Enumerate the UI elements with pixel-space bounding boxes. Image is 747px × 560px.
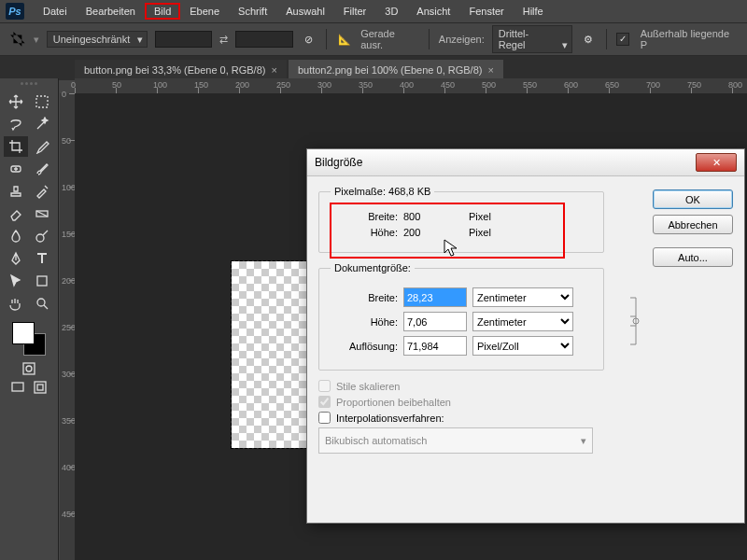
- straighten-icon[interactable]: 📐: [336, 31, 353, 48]
- tab-close-icon[interactable]: ×: [487, 64, 493, 76]
- pixel-height-label: Höhe:: [331, 227, 398, 238]
- scale-styles-label: Stile skalieren: [336, 381, 400, 392]
- dialog-title: Bildgröße: [315, 156, 362, 169]
- marquee-tool[interactable]: [30, 91, 54, 112]
- hand-tool[interactable]: [4, 293, 28, 314]
- cancel-button[interactable]: Abbrechen: [653, 215, 733, 234]
- link-icon[interactable]: [628, 296, 643, 346]
- doc-width-label: Breite:: [331, 292, 398, 303]
- menu-hilfe[interactable]: Hilfe: [514, 3, 553, 20]
- blur-tool[interactable]: [4, 226, 28, 246]
- close-button[interactable]: ✕: [696, 153, 737, 172]
- stamp-tool[interactable]: [4, 181, 28, 202]
- lasso-tool[interactable]: [4, 114, 28, 134]
- document-tab[interactable]: button2.png bei 100% (Ebene 0, RGB/8)×: [289, 60, 503, 80]
- doc-height-unit-dropdown[interactable]: Zentimeter: [472, 312, 573, 331]
- document-size-group: Dokumentgröße: Breite: Zentimeter Höhe: …: [318, 262, 604, 371]
- dialog-titlebar[interactable]: Bildgröße ✕: [307, 149, 744, 176]
- scale-styles-checkbox: [318, 380, 331, 392]
- toolbox: [0, 78, 59, 560]
- svg-rect-4: [37, 276, 47, 286]
- pixel-dimensions-legend: Pixelmaße: 468,8 KB: [331, 186, 434, 197]
- resample-checkbox[interactable]: [318, 412, 331, 424]
- constrain-prop-checkbox: [318, 396, 331, 408]
- screenmode-icon[interactable]: [7, 379, 28, 396]
- dodge-tool[interactable]: [30, 226, 54, 246]
- resample-method-dropdown: Bikubisch automatisch▾: [318, 427, 593, 454]
- pixel-height-unit: Pixel: [469, 227, 558, 238]
- menu-ebene[interactable]: Ebene: [180, 3, 229, 20]
- doc-width-field[interactable]: [403, 287, 467, 307]
- document-tab-bar: button.png bei 33,3% (Ebene 0, RGB/8)×bu…: [0, 56, 747, 80]
- svg-rect-6: [23, 363, 35, 374]
- pixel-width-value: 800: [403, 211, 463, 222]
- view-label: Anzeigen:: [439, 34, 485, 45]
- tab-close-icon[interactable]: ×: [271, 64, 276, 76]
- pen-tool[interactable]: [4, 248, 28, 269]
- menu-3d[interactable]: 3D: [375, 3, 407, 20]
- history-brush-tool[interactable]: [30, 181, 54, 202]
- crop-width-field[interactable]: [155, 31, 212, 48]
- shape-tool[interactable]: [30, 271, 54, 291]
- eyedropper-tool[interactable]: [30, 136, 54, 157]
- menu-schrift[interactable]: Schrift: [229, 3, 276, 20]
- quickmask-icon[interactable]: [19, 360, 39, 377]
- svg-rect-9: [35, 382, 46, 393]
- type-tool[interactable]: [30, 248, 54, 269]
- app-logo: Ps: [6, 3, 24, 20]
- pixel-height-value: 200: [403, 227, 463, 238]
- brush-tool[interactable]: [30, 159, 54, 179]
- constrain-prop-label: Proportionen beibehalten: [336, 397, 451, 408]
- svg-point-3: [36, 234, 44, 242]
- menu-ansicht[interactable]: Ansicht: [407, 3, 459, 20]
- doc-width-unit-dropdown[interactable]: Zentimeter: [472, 287, 573, 307]
- gradient-tool[interactable]: [30, 203, 54, 224]
- document-size-legend: Dokumentgröße:: [331, 262, 415, 273]
- pixel-width-label: Breite:: [331, 211, 398, 222]
- constrain-prop-row: Proportionen beibehalten: [318, 396, 733, 408]
- doc-height-label: Höhe:: [331, 316, 398, 328]
- path-select-tool[interactable]: [4, 271, 28, 291]
- ok-button[interactable]: OK: [653, 189, 733, 209]
- resample-label: Interpolationsverfahren:: [336, 413, 444, 424]
- outside-crop-checkbox[interactable]: [616, 33, 629, 46]
- screenmode2-icon[interactable]: [30, 379, 50, 396]
- svg-point-5: [37, 299, 45, 306]
- crop-tool-icon: [9, 31, 26, 48]
- constrain-dropdown[interactable]: Uneingeschränkt ▾: [47, 31, 148, 48]
- pixel-dimensions-group: Pixelmaße: 468,8 KB Breite: 800 Pixel Hö…: [318, 186, 604, 253]
- eraser-tool[interactable]: [4, 203, 28, 224]
- menu-bar: Ps DateiBearbeitenBildEbeneSchriftAuswah…: [0, 0, 747, 23]
- auto-button[interactable]: Auto...: [653, 247, 733, 267]
- crop-tool[interactable]: [4, 136, 28, 157]
- scale-styles-row: Stile skalieren: [318, 380, 733, 392]
- wand-tool[interactable]: [30, 114, 54, 134]
- heal-tool[interactable]: [4, 159, 28, 179]
- svg-point-7: [26, 366, 32, 371]
- menu-filter[interactable]: Filter: [334, 3, 375, 20]
- vertical-ruler: 050100150200250300350400450: [60, 93, 76, 560]
- options-bar: ▾ Uneingeschränkt ▾ ⇄ ⊘ 📐 Gerade ausr. A…: [0, 23, 747, 56]
- zoom-tool[interactable]: [30, 293, 54, 314]
- swap-icon[interactable]: ⇄: [219, 34, 228, 46]
- resolution-field[interactable]: [403, 336, 467, 356]
- horizontal-ruler: 0501001502002503003504004505005506006507…: [75, 78, 747, 94]
- menu-datei[interactable]: Datei: [34, 3, 77, 20]
- view-dropdown[interactable]: Drittel-Regel ▾: [492, 25, 572, 53]
- doc-height-field[interactable]: [403, 312, 467, 331]
- resolution-unit-dropdown[interactable]: Pixel/Zoll: [472, 336, 573, 356]
- document-tab[interactable]: button.png bei 33,3% (Ebene 0, RGB/8)×: [75, 60, 287, 80]
- resample-row[interactable]: Interpolationsverfahren:: [318, 412, 733, 424]
- resolution-label: Auflösung:: [331, 341, 398, 352]
- move-tool[interactable]: [4, 91, 28, 112]
- gear-icon[interactable]: ⚙: [580, 31, 597, 48]
- color-swatch[interactable]: [10, 320, 48, 356]
- clear-icon[interactable]: ⊘: [301, 31, 317, 48]
- crop-height-field[interactable]: [235, 31, 292, 48]
- menu-bearbeiten[interactable]: Bearbeiten: [77, 3, 145, 20]
- menu-bild[interactable]: Bild: [145, 3, 180, 20]
- menu-auswahl[interactable]: Auswahl: [276, 3, 334, 20]
- resample-method-label: Bikubisch automatisch: [325, 435, 427, 446]
- menu-fenster[interactable]: Fenster: [459, 3, 513, 20]
- straighten-label[interactable]: Gerade ausr.: [360, 28, 419, 50]
